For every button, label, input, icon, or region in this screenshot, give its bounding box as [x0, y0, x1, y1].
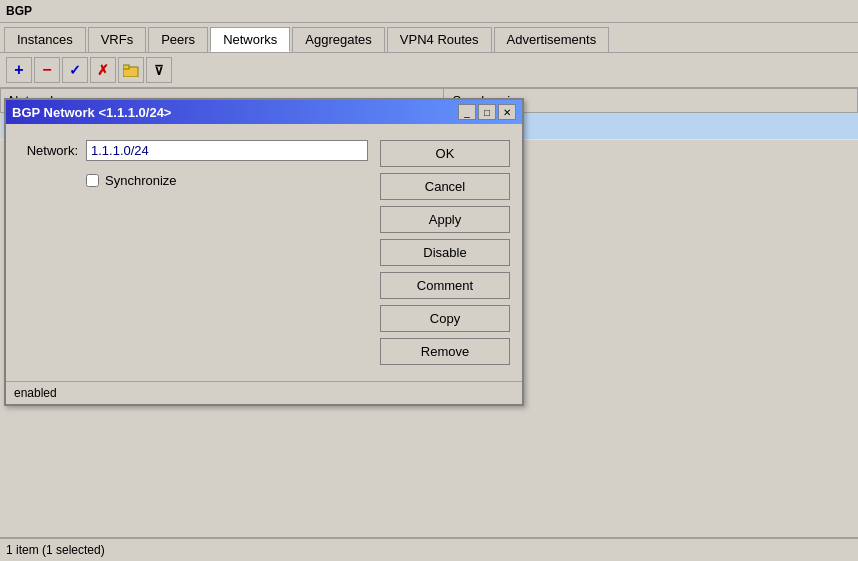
tab-vpn4routes[interactable]: VPN4 Routes	[387, 27, 492, 52]
network-input[interactable]	[86, 140, 368, 161]
dialog-controls: _ □ ✕	[458, 104, 516, 120]
dialog-title: BGP Network <1.1.1.0/24>	[12, 105, 171, 120]
dialog-minimize-button[interactable]: _	[458, 104, 476, 120]
window-title: BGP	[0, 0, 858, 23]
disable-button[interactable]: Disable	[380, 239, 510, 266]
comment-button[interactable]: Comment	[380, 272, 510, 299]
network-field-row: Network:	[18, 140, 368, 161]
tab-advertisements[interactable]: Advertisements	[494, 27, 610, 52]
network-label: Network:	[18, 143, 78, 158]
tab-networks[interactable]: Networks	[210, 27, 290, 52]
main-window: BGP Instances VRFs Peers Networks Aggreg…	[0, 0, 858, 561]
synchronize-label: Synchronize	[105, 173, 177, 188]
check-button[interactable]: ✓	[62, 57, 88, 83]
ok-button[interactable]: OK	[380, 140, 510, 167]
tab-bar: Instances VRFs Peers Networks Aggregates…	[0, 23, 858, 53]
tab-vrfs[interactable]: VRFs	[88, 27, 147, 52]
synchronize-checkbox[interactable]	[86, 174, 99, 187]
cancel-button-dialog[interactable]: Cancel	[380, 173, 510, 200]
content-area: Network ↑ Synchroni...	[0, 88, 858, 561]
dialog-maximize-button[interactable]: □	[478, 104, 496, 120]
cancel-button[interactable]: ✗	[90, 57, 116, 83]
dialog-status: enabled	[14, 386, 57, 400]
dialog-buttons: OK Cancel Apply Disable Comment Copy Rem…	[380, 140, 510, 365]
tab-instances[interactable]: Instances	[4, 27, 86, 52]
toolbar: + − ✓ ✗ ⊽	[0, 53, 858, 88]
tab-peers[interactable]: Peers	[148, 27, 208, 52]
apply-button[interactable]: Apply	[380, 206, 510, 233]
dialog-body: Network: Synchronize OK Cancel Apply	[6, 124, 522, 381]
synchronize-row: Synchronize	[18, 173, 368, 188]
dialog-form: Network: Synchronize	[18, 140, 368, 365]
status-text: 1 item (1 selected)	[6, 543, 105, 557]
status-bar: 1 item (1 selected)	[0, 537, 858, 561]
filter-button[interactable]: ⊽	[146, 57, 172, 83]
copy-button[interactable]: Copy	[380, 305, 510, 332]
svg-rect-1	[123, 65, 129, 69]
remove-button-dialog[interactable]: Remove	[380, 338, 510, 365]
folder-button[interactable]	[118, 57, 144, 83]
remove-button[interactable]: −	[34, 57, 60, 83]
tab-aggregates[interactable]: Aggregates	[292, 27, 385, 52]
bgp-network-dialog: BGP Network <1.1.1.0/24> _ □ ✕ Network:	[4, 98, 524, 406]
dialog-close-button[interactable]: ✕	[498, 104, 516, 120]
dialog-title-bar: BGP Network <1.1.1.0/24> _ □ ✕	[6, 100, 522, 124]
add-button[interactable]: +	[6, 57, 32, 83]
dialog-footer: enabled	[6, 381, 522, 404]
